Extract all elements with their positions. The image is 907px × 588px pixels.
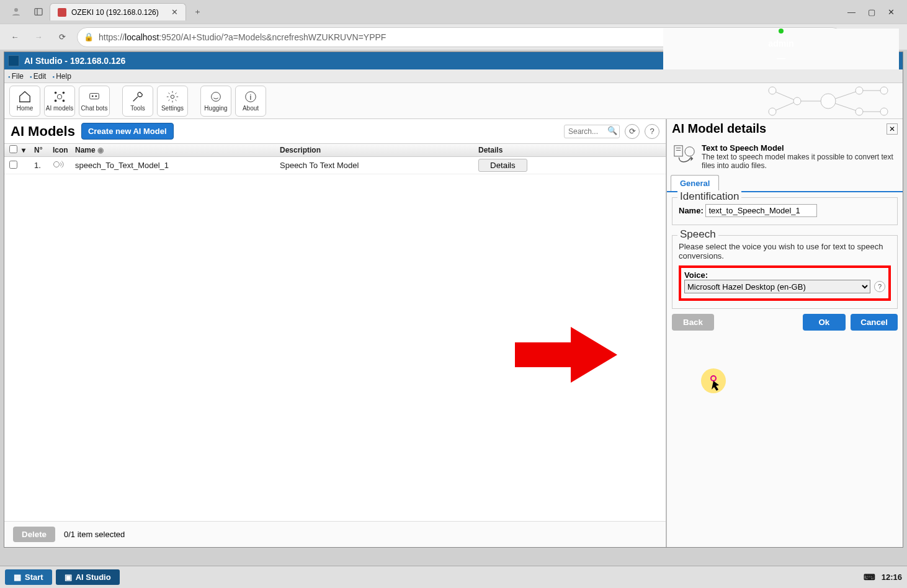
start-button[interactable]: ▦Start (5, 569, 52, 585)
models-panel: AI Models Create new AI Model 🔍 ⟳ ? ▾ N°… (4, 119, 667, 547)
forward-icon: → (30, 29, 47, 46)
svg-point-7 (63, 100, 65, 102)
refresh-button[interactable]: ⟳ (625, 124, 640, 139)
minimize-icon[interactable]: — (847, 7, 856, 17)
row-checkbox[interactable] (9, 161, 17, 169)
menu-help[interactable]: Help (52, 72, 71, 81)
taskbar: ▦Start ▣AI Studio ⌨ 12:16 (0, 566, 907, 588)
speech-hint: Please select the voice you wish to use … (679, 242, 891, 261)
svg-point-0 (14, 8, 18, 12)
svg-point-27 (856, 108, 863, 115)
name-label: Name: (679, 206, 704, 215)
app-icon (8, 55, 19, 66)
selection-status: 0/1 item selected (64, 530, 125, 539)
svg-point-23 (769, 108, 776, 115)
svg-point-9 (92, 96, 94, 97)
svg-text:i: i (250, 92, 252, 102)
sidebar-toggle-icon[interactable] (31, 4, 46, 19)
app-title-text: AI Studio - 192.168.0.126 (24, 56, 125, 66)
svg-point-12 (212, 92, 221, 102)
tool-tools[interactable]: Tools (122, 86, 153, 117)
model-type-icon (53, 159, 75, 172)
close-tab-icon[interactable]: ✕ (171, 7, 178, 17)
svg-line-16 (772, 101, 797, 112)
svg-rect-8 (90, 94, 99, 99)
models-heading: AI Models (11, 123, 75, 140)
network-graphic-icon (760, 84, 896, 118)
menu-file[interactable]: File (8, 72, 24, 81)
tool-about[interactable]: iAbout (235, 86, 266, 117)
svg-point-24 (793, 97, 801, 105)
tab-general[interactable]: General (671, 175, 719, 191)
maximize-icon[interactable]: ▢ (868, 7, 875, 17)
taskbar-app[interactable]: ▣AI Studio (56, 569, 120, 585)
svg-marker-35 (691, 156, 694, 161)
back-icon[interactable]: ← (6, 29, 24, 46)
tool-ai-models[interactable]: AI models (44, 86, 75, 117)
browser-tab[interactable]: OZEKI 10 (192.168.0.126) ✕ (50, 3, 186, 20)
new-tab-button[interactable]: ＋ (190, 4, 205, 19)
refresh-icon[interactable]: ⟳ (53, 29, 71, 46)
expand-all-icon[interactable]: ▾ (22, 146, 34, 154)
close-window-icon[interactable]: ✕ (888, 7, 895, 17)
cancel-button[interactable]: Cancel (851, 314, 898, 331)
svg-point-10 (95, 96, 97, 97)
voice-label: Voice: (684, 270, 708, 280)
svg-point-30 (54, 162, 60, 167)
voice-select[interactable]: Microsoft Hazel Desktop (en-GB) (684, 280, 870, 293)
create-model-button[interactable]: Create new AI Model (81, 123, 174, 140)
name-input[interactable] (705, 204, 817, 217)
keyboard-icon[interactable]: ⌨ (864, 572, 875, 582)
svg-point-5 (63, 92, 65, 94)
app-titlebar: AI Studio - 192.168.0.126 admin — ▢ ✕ (4, 52, 903, 69)
details-heading: AI Model details (672, 122, 766, 136)
table-header: ▾ N° Icon Name ◉ Description Details (4, 143, 666, 157)
details-panel: AI Model details ✕ Text to Speech Model … (667, 119, 903, 547)
app-minimize-icon[interactable]: — (774, 53, 788, 63)
svg-rect-1 (35, 9, 42, 16)
tool-settings[interactable]: Settings (157, 86, 188, 117)
search-icon[interactable]: 🔍 (607, 126, 617, 135)
menu-bar: File Edit Help (4, 69, 903, 83)
app-window: AI Studio - 192.168.0.126 admin — ▢ ✕ Fi… (4, 51, 903, 548)
select-all-checkbox[interactable] (9, 145, 17, 153)
lock-icon: 🔒 (84, 32, 94, 42)
svg-point-34 (685, 147, 694, 156)
voice-help-icon[interactable]: ? (874, 281, 885, 292)
status-dot-icon (779, 29, 784, 33)
table-row[interactable]: 1. speech_To_Text_Model_1 Speech To Text… (4, 157, 666, 174)
menu-edit[interactable]: Edit (30, 72, 46, 81)
svg-point-4 (55, 92, 57, 94)
app-taskbar-icon: ▣ (65, 572, 72, 582)
profile-icon[interactable] (9, 4, 24, 19)
svg-point-28 (880, 87, 888, 94)
identification-group: Identification Name: (672, 197, 898, 225)
tts-icon (673, 143, 697, 167)
tool-hugging[interactable]: Hugging (200, 86, 231, 117)
tab-title: OZEKI 10 (192.168.0.126) (71, 8, 166, 17)
close-panel-button[interactable]: ✕ (887, 123, 898, 135)
help-button[interactable]: ? (645, 124, 659, 139)
model-description: The text to speech model makes it possib… (702, 153, 896, 170)
cursor-highlight (700, 367, 727, 396)
delete-button[interactable]: Delete (13, 527, 55, 542)
url-text: https://localhost:9520/AI+Studio/?a=Mode… (99, 32, 386, 42)
user-label[interactable]: admin (768, 38, 793, 48)
svg-point-26 (856, 87, 863, 94)
svg-line-15 (772, 91, 797, 101)
start-icon: ▦ (14, 572, 21, 582)
speech-group: Speech Please select the voice you wish … (672, 235, 898, 309)
favicon-icon (58, 8, 66, 17)
details-button[interactable]: Details (478, 159, 527, 172)
toolbar: Home AI models Chat bots Tools Settings … (4, 83, 903, 119)
svg-point-6 (55, 100, 57, 102)
model-title: Text to Speech Model (702, 143, 896, 153)
tool-home[interactable]: Home (9, 86, 40, 117)
sort-icon[interactable]: ◉ (97, 146, 104, 154)
voice-highlight: Voice: Microsoft Hazel Desktop (en-GB) ? (679, 265, 891, 301)
back-button[interactable]: Back (672, 314, 714, 331)
clock: 12:16 (882, 572, 902, 582)
ok-button[interactable]: Ok (803, 314, 846, 331)
svg-rect-31 (674, 146, 682, 156)
tool-chat-bots[interactable]: Chat bots (79, 86, 110, 117)
